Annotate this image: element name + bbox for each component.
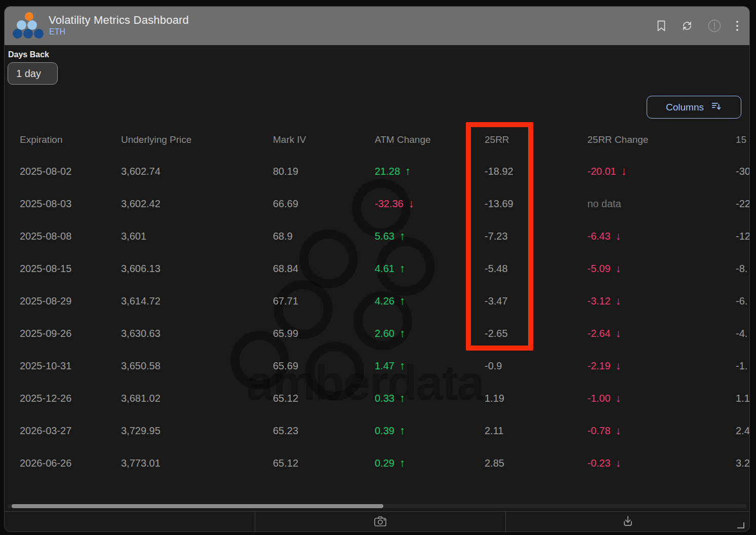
footer-cell-empty	[5, 512, 255, 532]
clipped-column-cell: 3.2	[736, 457, 750, 469]
atm_change-value: 0.39	[375, 425, 394, 436]
rr25-cell: -7.23	[485, 231, 587, 242]
rr25_change-value: -2.19	[587, 360, 611, 371]
table-row[interactable]: 2025-12-263,681.0265.120.33↑1.19-1.00↓1.…	[5, 382, 749, 414]
mark-iv-cell: 68.9	[273, 231, 375, 242]
expiration-cell: 2026-06-26	[20, 457, 121, 469]
arrow-up-icon: ↑	[400, 392, 405, 404]
expiration-cell: 2026-03-27	[20, 425, 121, 437]
download-icon[interactable]	[621, 515, 634, 530]
column-header-25rr[interactable]: 25RR	[485, 134, 587, 145]
mark-iv-cell: 68.84	[273, 263, 375, 275]
atm-change-cell: 0.29↑	[375, 456, 485, 470]
camera-icon[interactable]	[373, 515, 387, 530]
atm-change-cell: 5.63↑	[375, 230, 485, 243]
rr25-cell: -3.47	[485, 295, 587, 307]
arrow-down-icon: ↓	[621, 165, 627, 177]
rr25_change-value: -20.01	[587, 166, 616, 177]
rr25_change-value: -6.43	[587, 231, 611, 242]
table-row[interactable]: 2025-08-033,602.4266.69-32.36↓-13.69no d…	[5, 187, 749, 220]
table-body: 2025-08-023,602.7480.1921.28↑-18.92-20.0…	[5, 155, 749, 479]
atm-change-cell: 0.33↑	[375, 392, 485, 405]
mark-iv-cell: 65.23	[273, 425, 375, 437]
clipped-column-cell: -8.	[736, 263, 750, 275]
atm_change-value: 5.63	[375, 231, 394, 242]
rr25_change-value: -3.12	[587, 295, 611, 307]
kebab-menu-icon[interactable]	[735, 20, 739, 32]
underlying-price-cell: 3,602.74	[121, 166, 273, 177]
arrow-up-icon: ↑	[400, 359, 405, 372]
column-header-underlying-price[interactable]: Underlying Price	[121, 134, 273, 145]
table-row[interactable]: 2025-09-263,630.6365.992.60↑-2.65-2.64↓-…	[5, 317, 749, 350]
underlying-price-cell: 3,773.01	[121, 457, 273, 469]
bookmark-icon[interactable]	[656, 20, 667, 32]
column-header-15[interactable]: 15	[736, 134, 750, 145]
arrow-down-icon: ↓	[616, 327, 621, 339]
atm_change-value: 1.47	[375, 360, 394, 371]
table-row[interactable]: 2025-08-083,60168.95.63↑-7.23-6.43↓-12	[5, 220, 749, 252]
clipped-column-cell: -30	[736, 166, 750, 177]
arrow-up-icon: ↑	[400, 456, 405, 469]
horizontal-scrollbar[interactable]	[8, 504, 746, 508]
atm_change-value: 4.61	[375, 263, 394, 274]
rr25_change-value: -2.64	[587, 328, 611, 339]
underlying-price-cell: 3,601	[121, 231, 273, 242]
rr25-cell: 1.19	[485, 393, 587, 404]
column-header-mark-iv[interactable]: Mark IV	[273, 134, 375, 145]
table-row[interactable]: 2025-10-313,650.5865.691.47↑-0.9-2.19↓-1…	[5, 350, 749, 382]
table-row[interactable]: 2025-08-153,606.1368.844.61↑-5.48-5.09↓-…	[5, 252, 749, 285]
table-header-row: ExpirationUnderlying PriceMark IVATM Cha…	[5, 125, 749, 155]
table-row[interactable]: 2025-08-023,602.7480.1921.28↑-18.92-20.0…	[5, 155, 749, 187]
rr25-cell: -5.48	[485, 263, 587, 275]
atm_change-value: 4.26	[375, 295, 394, 307]
atm-change-cell: 2.60↑	[375, 327, 485, 340]
arrow-down-icon: ↓	[409, 197, 414, 210]
column-header-atm-change[interactable]: ATM Change	[375, 134, 485, 145]
arrow-down-icon: ↓	[616, 456, 621, 469]
atm_change-value: 0.29	[375, 457, 394, 469]
rr25-cell: -18.92	[485, 166, 587, 177]
columns-button[interactable]: Columns	[647, 96, 741, 119]
column-header-25rr-change[interactable]: 25RR Change	[587, 134, 736, 145]
days-back-select[interactable]: 1 day	[8, 62, 58, 85]
arrow-up-icon: ↑	[400, 262, 405, 275]
table-row[interactable]: 2026-03-273,729.9565.230.39↑2.11-0.78↓2.…	[5, 414, 749, 447]
atm-change-cell: -32.36↓	[375, 197, 485, 210]
underlying-price-cell: 3,606.13	[121, 263, 273, 275]
mark-iv-cell: 65.99	[273, 328, 375, 339]
expiration-cell: 2025-08-08	[20, 231, 121, 242]
alert-circle-icon[interactable]	[707, 19, 722, 33]
days-back-label: Days Back	[8, 50, 49, 59]
atm_change-value: 0.33	[375, 393, 394, 404]
rr25-change-cell: -3.12↓	[587, 294, 736, 308]
atm-change-cell: 0.39↑	[375, 424, 485, 437]
underlying-price-cell: 3,602.42	[121, 198, 273, 210]
clipped-column-cell: 2.4	[736, 425, 750, 437]
refresh-icon[interactable]	[681, 20, 694, 32]
rr25_change-value: -0.23	[587, 457, 611, 469]
rr25-change-cell: -20.01↓	[587, 165, 736, 178]
arrow-down-icon: ↓	[616, 424, 621, 437]
resize-corner-handle[interactable]	[737, 522, 744, 528]
rr25-cell: -2.65	[485, 328, 587, 339]
rr25-change-cell: -2.64↓	[587, 327, 736, 340]
widget-panel: amberdata Volatility Metrics Dashboard E…	[4, 6, 750, 532]
underlying-price-cell: 3,650.58	[121, 360, 273, 372]
table-row[interactable]: 2026-06-263,773.0165.120.29↑2.85-0.23↓3.…	[5, 447, 749, 479]
scrollbar-thumb[interactable]	[12, 504, 383, 508]
expiration-cell: 2025-12-26	[20, 393, 121, 404]
underlying-price-cell: 3,630.63	[121, 328, 273, 339]
atm_change-value: 2.60	[375, 328, 394, 339]
clipped-column-cell: -12	[736, 231, 750, 242]
amberdata-logo-icon	[13, 12, 45, 40]
page-title: Volatility Metrics Dashboard	[49, 14, 189, 27]
rr25-change-cell: -2.19↓	[587, 359, 736, 372]
column-header-expiration[interactable]: Expiration	[20, 134, 121, 145]
days-back-value: 1 day	[16, 68, 41, 80]
arrow-down-icon: ↓	[616, 359, 621, 372]
table-row[interactable]: 2025-08-293,614.7267.714.26↑-3.47-3.12↓-…	[5, 285, 749, 317]
arrow-down-icon: ↓	[616, 294, 621, 307]
rr25-change-cell: -6.43↓	[587, 230, 736, 243]
atm-change-cell: 4.26↑	[375, 294, 485, 308]
expiration-cell: 2025-08-03	[20, 198, 121, 210]
